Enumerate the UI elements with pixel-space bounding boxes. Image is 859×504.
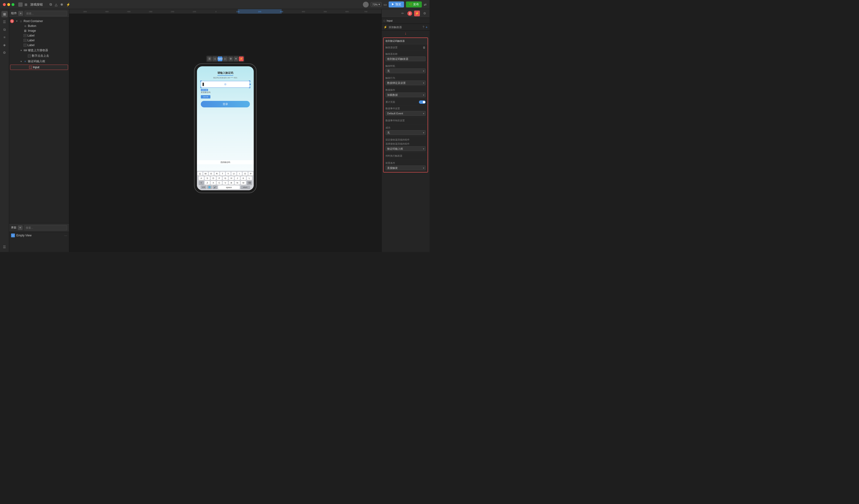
delete-trigger-btn[interactable]: 🗑 xyxy=(423,46,426,49)
key-P[interactable]: P xyxy=(248,172,254,176)
key-F[interactable]: F xyxy=(217,176,222,180)
key-U[interactable]: U xyxy=(231,172,236,176)
key-N[interactable]: N xyxy=(235,181,240,185)
zoom-selector[interactable]: 73% ▾ xyxy=(371,2,382,7)
tree-item-verify-input[interactable]: ▼ ≡ 验证码输入框 xyxy=(9,59,69,64)
publish-button[interactable]: 🌿 发布 xyxy=(406,1,422,7)
key-K[interactable]: K xyxy=(241,176,246,180)
tab-gear[interactable]: ⚙ xyxy=(422,11,427,16)
menu-icon[interactable]: ⊞ xyxy=(25,3,27,6)
page-menu-button[interactable]: ··· xyxy=(64,234,67,237)
phone-input-field[interactable] xyxy=(201,81,250,88)
tab-badge[interactable]: 2 xyxy=(407,11,412,16)
add-component-button[interactable]: + xyxy=(18,11,23,16)
toolbar-input-btn[interactable]: Input xyxy=(217,57,223,61)
key-return[interactable]: return xyxy=(240,186,250,189)
key-globe[interactable]: 🌐 xyxy=(207,186,212,189)
key-M[interactable]: M xyxy=(241,181,246,185)
key-backspace[interactable]: ⌫ xyxy=(247,181,252,185)
tab-paint[interactable]: ✏ xyxy=(400,11,405,16)
key-I[interactable]: I xyxy=(237,172,242,176)
key-R[interactable]: R xyxy=(214,172,220,176)
device-preview-icon[interactable]: ▭ xyxy=(383,3,387,6)
sidebar-icon-data[interactable]: ≡ xyxy=(1,34,8,41)
sidebar-icon-layers[interactable]: ☰ xyxy=(1,19,8,25)
login-button[interactable]: 登录 xyxy=(201,101,250,107)
key-Q[interactable]: Q xyxy=(197,172,202,176)
canvas-content[interactable]: ☰ ◁ Input ▷ ⚙ ✕ ⚡ iPhone 12 Pro Max (428… xyxy=(69,14,381,252)
shapes-icon[interactable]: △ xyxy=(55,3,58,6)
key-123[interactable]: 123 xyxy=(200,186,206,189)
tree-item-image[interactable]: 🖼 Image xyxy=(9,28,69,33)
user-avatar[interactable] xyxy=(363,2,369,7)
page-item-empty-view[interactable]: ⌂ Empty View ··· xyxy=(9,232,69,239)
tab-lightning[interactable]: ⚡ xyxy=(414,11,420,16)
close-button[interactable] xyxy=(3,3,6,6)
tree-item-label2[interactable]: T Label xyxy=(9,38,69,43)
tree-item-number-tap[interactable]: □ 数字点击上去 xyxy=(9,53,69,59)
tree-item-root-container[interactable]: 1 ▼ □ Root Container xyxy=(9,19,69,23)
tab-badge-wrapper: 2 xyxy=(407,11,412,16)
toolbar-close-btn[interactable]: ✕ xyxy=(233,57,238,61)
send-code-btn[interactable]: 315×48 xyxy=(201,95,210,98)
key-Z[interactable]: Z xyxy=(205,181,210,185)
layers-icon[interactable]: ❋ xyxy=(60,3,63,6)
key-A[interactable]: A xyxy=(199,176,204,180)
toolbar-back-btn[interactable]: ◁ xyxy=(212,57,217,61)
preview-button[interactable]: ▶ 预览 xyxy=(389,1,404,7)
lightning-icon[interactable]: ⚡ xyxy=(66,3,70,6)
key-W[interactable]: W xyxy=(203,172,208,176)
key-H[interactable]: H xyxy=(229,176,234,180)
pre-condition-select[interactable]: 直接触发 xyxy=(386,166,426,170)
minimize-button[interactable] xyxy=(7,3,10,6)
add-page-button[interactable]: + xyxy=(18,225,22,230)
tree-item-label1[interactable]: T Label xyxy=(9,33,69,38)
key-Y[interactable]: Y xyxy=(226,172,231,176)
trigger-timing-select[interactable]: 无 xyxy=(386,68,426,73)
key-space[interactable]: space xyxy=(218,186,240,189)
help-icon[interactable]: ? xyxy=(423,26,424,29)
toolbar-grid-btn[interactable]: ☰ xyxy=(207,57,212,61)
tree-item-input[interactable]: □ Input xyxy=(10,65,68,70)
toolbar-forward-btn[interactable]: ▷ xyxy=(223,57,228,61)
data-event-select[interactable]: Default Event xyxy=(386,111,426,116)
add-trigger-icon[interactable]: + xyxy=(426,25,427,29)
tree-item-keyboard-receiver[interactable]: ▼ ⌨ 键盘上方接收器 xyxy=(9,48,69,53)
key-T[interactable]: T xyxy=(220,172,225,176)
component-search-input[interactable] xyxy=(25,11,67,16)
trigger-action-select[interactable]: 数据绑定及设置 xyxy=(386,80,426,85)
data-op-select[interactable]: 加载数据 xyxy=(386,93,426,97)
key-V[interactable]: V xyxy=(223,181,228,185)
sidebar-icon-media[interactable]: ◈ xyxy=(1,42,8,48)
canvas-area[interactable]: -600 -500 -400 -300 -200 -100 0 100 200 … xyxy=(69,9,381,252)
key-B[interactable]: B xyxy=(229,181,234,185)
maximize-button[interactable] xyxy=(12,3,14,6)
sidebar-icon-assets[interactable]: ⧉ xyxy=(1,27,8,33)
key-C[interactable]: C xyxy=(217,181,222,185)
key-shift[interactable]: ⇧ xyxy=(199,181,204,185)
key-D[interactable]: D xyxy=(211,176,216,180)
sidebar-icon-settings[interactable]: ⚙ xyxy=(1,49,8,56)
return-component-select[interactable]: 验证码输入框 xyxy=(386,146,426,151)
sidebar-icon-help[interactable]: ☰ xyxy=(1,244,8,250)
key-E[interactable]: E xyxy=(209,172,214,176)
settings-icon[interactable]: ⇄ xyxy=(424,3,427,6)
tree-item-button[interactable]: ⊙ Button xyxy=(9,23,69,28)
accumulate-toggle[interactable] xyxy=(419,100,426,104)
sidebar-icon-components[interactable]: ⊞ xyxy=(1,11,8,17)
toolbar-lightning-btn[interactable]: ⚡ xyxy=(239,57,244,61)
success-select[interactable]: 无 xyxy=(386,130,426,135)
key-S[interactable]: S xyxy=(205,176,210,180)
page-search-input[interactable] xyxy=(24,225,67,231)
tree-item-label3[interactable]: T Label xyxy=(9,43,69,48)
key-mic[interactable]: 🎤 xyxy=(213,186,217,189)
key-O[interactable]: O xyxy=(243,172,248,176)
ruler-mark-14: 700 xyxy=(364,11,367,13)
copy-icon[interactable]: ⧉ xyxy=(49,2,52,6)
key-G[interactable]: G xyxy=(223,176,228,180)
key-X[interactable]: X xyxy=(211,181,216,185)
trigger-name-input[interactable] xyxy=(386,57,426,61)
key-J[interactable]: J xyxy=(235,176,240,180)
key-L[interactable]: L xyxy=(247,176,252,180)
toolbar-settings-btn[interactable]: ⚙ xyxy=(228,57,233,61)
